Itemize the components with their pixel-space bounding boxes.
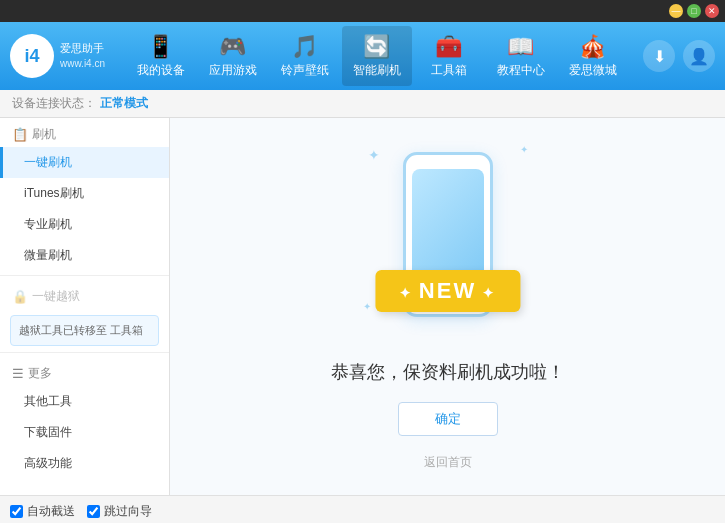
flash-section-icon: 📋 bbox=[12, 127, 28, 142]
nav-apps-games[interactable]: 🎮 应用游戏 bbox=[198, 26, 268, 86]
sidebar-item-advanced[interactable]: 高级功能 bbox=[0, 448, 169, 479]
jailbreak-section-title: 🔒 一键越狱 bbox=[0, 280, 169, 309]
nav-smart-flash[interactable]: 🔄 智能刷机 bbox=[342, 26, 412, 86]
title-bar: — □ ✕ bbox=[0, 0, 725, 22]
back-link[interactable]: 返回首页 bbox=[424, 454, 472, 471]
nav-ringtones[interactable]: 🎵 铃声壁纸 bbox=[270, 26, 340, 86]
nav-my-device-label: 我的设备 bbox=[137, 62, 185, 79]
flash-section-label: 刷机 bbox=[32, 126, 56, 143]
confirm-button[interactable]: 确定 bbox=[398, 402, 498, 436]
ringtones-icon: 🎵 bbox=[291, 34, 318, 60]
nav-bar: 📱 我的设备 🎮 应用游戏 🎵 铃声壁纸 🔄 智能刷机 🧰 工具箱 📖 教程中心… bbox=[110, 26, 643, 86]
footer-check-bar: 自动截送 跳过向导 bbox=[0, 495, 725, 523]
nav-weirdo-city[interactable]: 🎪 爱思微城 bbox=[558, 26, 628, 86]
maximize-button[interactable]: □ bbox=[687, 4, 701, 18]
minimize-button[interactable]: — bbox=[669, 4, 683, 18]
auto-send-checkbox[interactable] bbox=[10, 505, 23, 518]
nav-toolbox-label: 工具箱 bbox=[431, 62, 467, 79]
nav-toolbox[interactable]: 🧰 工具箱 bbox=[414, 26, 484, 86]
flash-section-title: 📋 刷机 bbox=[0, 118, 169, 147]
weirdo-city-icon: 🎪 bbox=[579, 34, 606, 60]
new-ribbon: NEW bbox=[375, 270, 520, 312]
skip-wizard-check[interactable]: 跳过向导 bbox=[87, 503, 152, 520]
logo-icon: i4 bbox=[24, 46, 39, 67]
sidebar-item-other-tools[interactable]: 其他工具 bbox=[0, 386, 169, 417]
nav-weirdo-city-label: 爱思微城 bbox=[569, 62, 617, 79]
sidebar-item-itunes-flash[interactable]: iTunes刷机 bbox=[0, 178, 169, 209]
auto-send-check[interactable]: 自动截送 bbox=[10, 503, 75, 520]
more-section-title: ☰ 更多 bbox=[0, 357, 169, 386]
tutorial-icon: 📖 bbox=[507, 34, 534, 60]
logo-circle: i4 bbox=[10, 34, 54, 78]
nav-tutorial[interactable]: 📖 教程中心 bbox=[486, 26, 556, 86]
auto-send-label: 自动截送 bbox=[27, 503, 75, 520]
sidebar-divider-2 bbox=[0, 352, 169, 353]
phone-illustration: ✦ ✦ ✦ NEW bbox=[358, 142, 538, 342]
more-section-icon: ☰ bbox=[12, 366, 24, 381]
header: i4 爱思助手 www.i4.cn 📱 我的设备 🎮 应用游戏 🎵 铃声壁纸 🔄… bbox=[0, 22, 725, 90]
jailbreak-info-text: 越狱工具已转移至 工具箱 bbox=[19, 324, 143, 336]
main-layout: 📋 刷机 一键刷机 iTunes刷机 专业刷机 微量刷机 🔒 一键越狱 越狱工具… bbox=[0, 118, 725, 495]
sidebar-item-download-firmware[interactable]: 下载固件 bbox=[0, 417, 169, 448]
my-device-icon: 📱 bbox=[147, 34, 174, 60]
nav-my-device[interactable]: 📱 我的设备 bbox=[126, 26, 196, 86]
lock-icon: 🔒 bbox=[12, 289, 28, 304]
smart-flash-icon: 🔄 bbox=[363, 34, 390, 60]
logo-text: 爱思助手 www.i4.cn bbox=[60, 41, 105, 70]
promo-area: ✦ ✦ ✦ NEW 恭喜您，保资料刷机成功啦！ 确定 返回首页 bbox=[331, 142, 565, 471]
more-section-label: 更多 bbox=[28, 365, 52, 382]
sidebar-item-one-click-flash[interactable]: 一键刷机 bbox=[0, 147, 169, 178]
jailbreak-label: 一键越狱 bbox=[32, 288, 80, 305]
sidebar-item-pro-flash[interactable]: 专业刷机 bbox=[0, 209, 169, 240]
header-right: ⬇ 👤 bbox=[643, 40, 715, 72]
nav-tutorial-label: 教程中心 bbox=[497, 62, 545, 79]
logo-area: i4 爱思助手 www.i4.cn bbox=[10, 34, 110, 78]
sidebar-divider-1 bbox=[0, 275, 169, 276]
apps-games-icon: 🎮 bbox=[219, 34, 246, 60]
skip-wizard-label: 跳过向导 bbox=[104, 503, 152, 520]
close-button[interactable]: ✕ bbox=[705, 4, 719, 18]
sidebar: 📋 刷机 一键刷机 iTunes刷机 专业刷机 微量刷机 🔒 一键越狱 越狱工具… bbox=[0, 118, 170, 495]
content-area: ✦ ✦ ✦ NEW 恭喜您，保资料刷机成功啦！ 确定 返回首页 bbox=[170, 118, 725, 495]
user-button[interactable]: 👤 bbox=[683, 40, 715, 72]
sparkle-3: ✦ bbox=[363, 301, 371, 312]
sparkle-2: ✦ bbox=[520, 144, 528, 155]
skip-wizard-checkbox[interactable] bbox=[87, 505, 100, 518]
status-value: 正常模式 bbox=[100, 95, 148, 112]
status-bar: 设备连接状态： 正常模式 bbox=[0, 90, 725, 118]
download-button[interactable]: ⬇ bbox=[643, 40, 675, 72]
toolbox-icon: 🧰 bbox=[435, 34, 462, 60]
jailbreak-info-box: 越狱工具已转移至 工具箱 bbox=[10, 315, 159, 346]
success-text: 恭喜您，保资料刷机成功啦！ bbox=[331, 360, 565, 384]
nav-apps-games-label: 应用游戏 bbox=[209, 62, 257, 79]
nav-ringtones-label: 铃声壁纸 bbox=[281, 62, 329, 79]
sidebar-item-micro-flash[interactable]: 微量刷机 bbox=[0, 240, 169, 271]
status-label: 设备连接状态： bbox=[12, 95, 96, 112]
sparkle-1: ✦ bbox=[368, 147, 380, 163]
nav-smart-flash-label: 智能刷机 bbox=[353, 62, 401, 79]
